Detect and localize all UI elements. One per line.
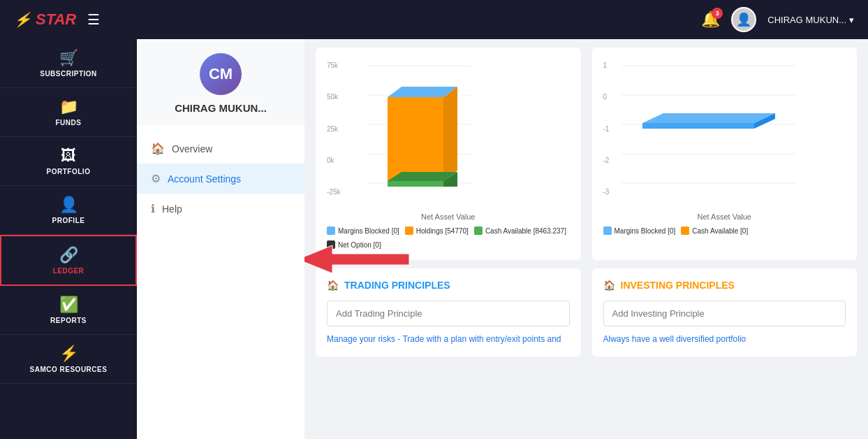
svg-rect-6 — [388, 97, 443, 181]
investing-principles-card: 🏠 INVESTING PRINCIPLES Always have a wel… — [592, 268, 858, 357]
nav-label-help: Help — [162, 203, 182, 215]
samco-icon: ⚡ — [59, 345, 78, 363]
nav-label-account-settings: Account Settings — [168, 173, 241, 185]
sidebar-label-funds: FUNDS — [56, 119, 82, 127]
logo: ⚡ STAR — [14, 10, 76, 29]
add-trading-principle-input[interactable] — [327, 301, 570, 326]
sidebar-label-profile: PROFILE — [52, 217, 85, 224]
nav-item-account-settings[interactable]: ⚙ Account Settings — [137, 164, 304, 194]
y-label-50k: 50k — [327, 93, 340, 101]
sidebar-item-subscription[interactable]: 🛒 SUBSCRIPTION — [0, 39, 137, 88]
legend-margins: Margins Blocked [0] — [327, 226, 399, 235]
profile-avatar: CM — [200, 53, 242, 95]
header-right: 🔔 3 👤 CHIRAG MUKUN... ▾ — [701, 7, 854, 32]
legend-holdings: Holdings [54770] — [405, 226, 469, 235]
sidebar-item-reports[interactable]: ✅ REPORTS — [0, 286, 137, 335]
ry-label-neg2: -2 — [603, 157, 610, 164]
profile-nav: 🏠 Overview ⚙ Account Settings ℹ Help — [137, 125, 304, 232]
sidebar-label-reports: REPORTS — [50, 317, 87, 324]
right-legend-label-cash: Cash Available [0] — [692, 227, 748, 235]
left-chart-card: 75k 50k 25k 0k -25k — [316, 48, 581, 260]
notification-button[interactable]: 🔔 3 — [701, 10, 720, 29]
portfolio-icon: 🖼 — [61, 147, 76, 165]
legend-dot-holdings — [405, 226, 413, 235]
right-chart-label: Net Asset Value — [603, 213, 846, 221]
ry-label-neg3: -3 — [603, 188, 610, 196]
ry-label-1: 1 — [603, 62, 610, 69]
ry-label-neg1: -1 — [603, 125, 610, 133]
funds-icon: 📁 — [59, 98, 78, 116]
y-label-neg25k: -25k — [327, 188, 340, 196]
sidebar-item-portfolio[interactable]: 🖼 PORTFOLIO — [0, 137, 137, 186]
profile-avatar-area: CM — [200, 53, 242, 95]
sidebar-item-ledger[interactable]: 🔗 LEDGER — [0, 235, 137, 286]
svg-marker-17 — [642, 113, 775, 123]
svg-marker-8 — [443, 87, 457, 181]
sidebar: 🛒 SUBSCRIPTION 📁 FUNDS 🖼 PORTFOLIO 👤 PRO… — [0, 39, 137, 439]
right-legend-margins: Margins Blocked [0] — [603, 226, 676, 235]
ledger-icon: 🔗 — [59, 246, 78, 264]
hamburger-menu[interactable]: ☰ — [87, 11, 100, 28]
left-chart-legend: Margins Blocked [0] Holdings [54770] Cas… — [327, 226, 570, 249]
legend-label-holdings: Holdings [54770] — [416, 227, 469, 235]
logo-text: STAR — [36, 10, 76, 29]
sidebar-label-portfolio: PORTFOLIO — [47, 168, 91, 175]
sidebar-label-subscription: SUBSCRIPTION — [40, 70, 97, 78]
content-area: CM CHIRAG MUKUN... 🏠 Overview ⚙ Account … — [137, 39, 868, 439]
user-avatar: 👤 — [731, 7, 756, 32]
y-label-0k: 0k — [327, 157, 340, 164]
left-chart-content: 75k 50k 25k 0k -25k — [327, 59, 570, 208]
right-legend-dot-cash — [681, 226, 689, 235]
profile-header: CM CHIRAG MUKUN... — [137, 39, 304, 125]
right-chart-content: 1 0 -1 -2 -3 — [603, 59, 846, 208]
left-chart-label: Net Asset Value — [327, 213, 570, 221]
sidebar-label-samco: SAMCO RESOURCES — [30, 366, 108, 373]
right-chart-card: 1 0 -1 -2 -3 — [592, 48, 858, 260]
legend-dot-net-option — [327, 240, 335, 249]
trading-principles-title: 🏠 TRADING PRINCIPLES — [327, 280, 570, 291]
charts-area: 75k 50k 25k 0k -25k — [304, 39, 868, 439]
right-chart-legend: Margins Blocked [0] Cash Available [0] — [603, 226, 846, 235]
sidebar-item-funds[interactable]: 📁 FUNDS — [0, 88, 137, 137]
ry-label-0: 0 — [603, 93, 610, 101]
user-name-display[interactable]: CHIRAG MUKUN... ▾ — [767, 15, 854, 25]
charts-row: 75k 50k 25k 0k -25k — [304, 39, 868, 268]
profile-icon: 👤 — [59, 196, 78, 214]
home-icon: 🏠 — [151, 142, 165, 155]
right-legend-label-margins: Margins Blocked [0] — [615, 227, 676, 235]
legend-net-option: Net Option [0] — [327, 240, 381, 249]
add-investing-principle-input[interactable] — [603, 301, 846, 326]
trading-home-icon: 🏠 — [327, 280, 339, 291]
sidebar-item-samco[interactable]: ⚡ SAMCO RESOURCES — [0, 335, 137, 384]
y-label-25k: 25k — [327, 125, 340, 133]
svg-rect-18 — [642, 123, 754, 129]
right-y-axis: 1 0 -1 -2 -3 — [603, 59, 610, 199]
trading-principle-text: Manage your risks - Trade with a plan wi… — [327, 333, 570, 345]
nav-label-overview: Overview — [172, 143, 212, 154]
right-legend-cash: Cash Available [0] — [681, 226, 748, 235]
nav-item-overview[interactable]: 🏠 Overview — [137, 134, 304, 164]
legend-label-cash: Cash Available [8463.237] — [485, 227, 566, 235]
sidebar-item-profile[interactable]: 👤 PROFILE — [0, 186, 137, 235]
profile-name: CHIRAG MUKUN... — [175, 102, 267, 114]
principles-area: 🏠 TRADING PRINCIPLES Manage your risks -… — [304, 268, 868, 368]
legend-cash: Cash Available [8463.237] — [474, 226, 566, 235]
nav-item-help[interactable]: ℹ Help — [137, 194, 304, 224]
legend-dot-cash — [474, 226, 483, 235]
profile-panel: CM CHIRAG MUKUN... 🏠 Overview ⚙ Account … — [137, 39, 304, 439]
header-left: ⚡ STAR ☰ — [14, 10, 100, 29]
info-icon: ℹ — [151, 202, 155, 215]
sidebar-label-ledger: LEDGER — [53, 267, 84, 275]
investing-principle-text: Always have a well diversified portfolio — [603, 333, 846, 345]
gear-icon: ⚙ — [151, 172, 161, 185]
reports-icon: ✅ — [59, 296, 78, 314]
right-chart-svg — [615, 59, 810, 208]
main-layout: 🛒 SUBSCRIPTION 📁 FUNDS 🖼 PORTFOLIO 👤 PRO… — [0, 39, 868, 439]
notification-badge: 3 — [712, 8, 723, 19]
left-y-axis: 75k 50k 25k 0k -25k — [327, 59, 340, 199]
svg-rect-9 — [388, 181, 443, 187]
investing-home-icon: 🏠 — [603, 280, 615, 291]
legend-label-net-option: Net Option [0] — [338, 241, 381, 249]
investing-principles-title: 🏠 INVESTING PRINCIPLES — [603, 280, 846, 291]
legend-label-margins: Margins Blocked [0] — [338, 227, 399, 235]
